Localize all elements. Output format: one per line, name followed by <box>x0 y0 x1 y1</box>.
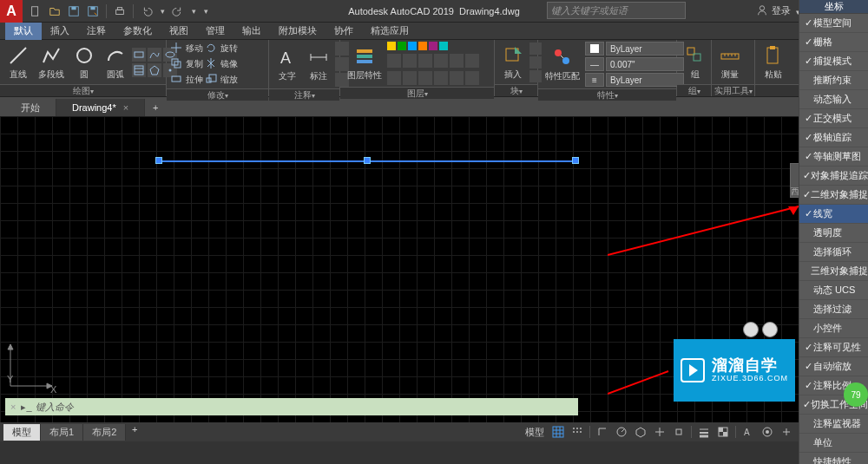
layer-more4-icon[interactable] <box>434 71 448 85</box>
spline-icon[interactable] <box>148 48 161 62</box>
paste-button[interactable]: 粘贴 <box>759 42 788 82</box>
layer-swatch[interactable] <box>398 42 406 50</box>
context-item-3[interactable]: 推断约束 <box>799 71 868 90</box>
open-icon[interactable] <box>47 3 62 19</box>
context-item-9[interactable]: ✓二维对象捕捉 <box>799 186 868 205</box>
insert-block-button[interactable]: 插入 <box>498 42 528 82</box>
arc-button[interactable]: 圆弧 <box>101 42 130 82</box>
measure-button[interactable]: 测量 <box>715 42 745 82</box>
context-item-21[interactable]: 注释监视器 <box>799 415 868 434</box>
lineweight-dropdown[interactable]: 0.007" <box>606 57 684 71</box>
scale-button[interactable]: 缩放 <box>205 73 238 87</box>
command-close-icon[interactable]: × <box>10 402 16 412</box>
context-item-7[interactable]: ✓等轴测草图 <box>799 147 868 167</box>
command-line[interactable]: × ▸_ 键入命令 <box>5 398 578 415</box>
context-item-23[interactable]: 快捷特性 <box>799 453 868 464</box>
hatch-icon[interactable] <box>132 63 146 77</box>
doc-tab-1[interactable]: Drawing4*× <box>56 99 145 116</box>
context-item-0[interactable]: ✓模型空间 <box>799 14 868 33</box>
close-tab-icon[interactable]: × <box>123 102 128 113</box>
help-search-input[interactable]: 键入关键字或短语 <box>547 2 686 19</box>
match-properties-button[interactable]: 特性匹配 <box>542 44 583 84</box>
layer-more1-icon[interactable] <box>387 71 401 85</box>
redo-icon[interactable] <box>170 3 186 19</box>
context-item-10[interactable]: ✓线宽 <box>799 205 868 224</box>
layer-match-icon[interactable] <box>465 54 479 68</box>
menu-tab-3[interactable]: 参数化 <box>115 23 161 40</box>
menu-tab-5[interactable]: 管理 <box>197 23 233 40</box>
context-item-2[interactable]: ✓捕捉模式 <box>799 52 868 71</box>
isodraft-toggle-icon[interactable] <box>632 424 649 440</box>
app-logo[interactable]: A <box>0 0 23 23</box>
layer-swatch[interactable] <box>387 42 396 50</box>
layer-swatch[interactable] <box>408 42 417 50</box>
context-item-15[interactable]: 选择过滤 <box>799 300 868 319</box>
rectangle-icon[interactable] <box>132 48 146 62</box>
undo-icon[interactable] <box>139 3 155 19</box>
lineweight-toggle-icon[interactable] <box>695 424 713 440</box>
context-item-18[interactable]: ✓自动缩放 <box>799 357 868 376</box>
menu-tab-1[interactable]: 插入 <box>42 23 78 40</box>
osnap-toggle-icon[interactable] <box>670 424 687 440</box>
polyline-button[interactable]: 多段线 <box>35 42 68 82</box>
viewcube-tab[interactable]: 西 <box>790 163 799 198</box>
add-layout-tab[interactable]: + <box>126 424 143 441</box>
layout-tab-2[interactable]: 布局2 <box>83 424 126 441</box>
polygon-icon[interactable] <box>148 63 161 77</box>
layer-properties-button[interactable]: 图层特性 <box>344 43 385 83</box>
snap-toggle-icon[interactable] <box>569 424 586 440</box>
feedback-faces[interactable] <box>743 322 778 337</box>
layer-more2-icon[interactable] <box>403 71 417 85</box>
circle-button[interactable]: 圆 <box>69 42 99 82</box>
grip-start[interactable] <box>155 157 162 164</box>
context-item-4[interactable]: 动态输入 <box>799 90 868 109</box>
layer-more5-icon[interactable] <box>450 71 464 85</box>
context-item-14[interactable]: 动态 UCS <box>799 281 868 300</box>
mirror-button[interactable]: 镜像 <box>205 57 238 71</box>
notification-badge[interactable]: 79 <box>844 382 868 407</box>
menu-tab-4[interactable]: 视图 <box>161 23 197 40</box>
layout-tab-1[interactable]: 布局1 <box>41 424 83 441</box>
drawing-canvas[interactable]: YX × ▸_ 键入命令 溜溜自学 ZIXUE.3D66.COM <box>0 116 868 422</box>
grid-toggle-icon[interactable] <box>549 424 567 440</box>
menu-tab-9[interactable]: 精选应用 <box>362 23 418 40</box>
dimension-button[interactable]: 标注 <box>304 44 333 84</box>
layer-swatch[interactable] <box>429 42 437 50</box>
linetype-dropdown[interactable]: ByLayer <box>606 73 684 87</box>
layer-state-icons[interactable] <box>387 42 479 50</box>
signin-button[interactable]: 登录 <box>772 4 791 17</box>
layer-color-dropdown[interactable]: ByLayer <box>606 42 684 56</box>
menu-tab-0[interactable]: 默认 <box>5 23 42 40</box>
qat-customize-dropdown[interactable] <box>201 3 210 19</box>
layer-more3-icon[interactable] <box>418 71 432 85</box>
context-item-11[interactable]: 透明度 <box>799 224 868 243</box>
context-item-17[interactable]: ✓注释可见性 <box>799 338 868 357</box>
context-item-22[interactable]: 单位 <box>799 434 868 453</box>
annotation-scale-icon[interactable]: A <box>740 424 757 440</box>
context-item-13[interactable]: 三维对象捕捉 <box>799 262 868 281</box>
context-item-16[interactable]: 小控件 <box>799 319 868 338</box>
layer-lock-icon[interactable] <box>403 54 417 68</box>
customize-toggle-icon[interactable] <box>778 424 795 440</box>
rotate-button[interactable]: 旋转 <box>205 42 238 56</box>
line-button[interactable]: 直线 <box>3 42 33 82</box>
plot-icon[interactable] <box>112 3 128 19</box>
polar-toggle-icon[interactable] <box>613 424 630 440</box>
status-model-label[interactable]: 模型 <box>525 426 544 439</box>
undo-dropdown[interactable] <box>158 3 167 19</box>
context-item-12[interactable]: 选择循环 <box>799 243 868 262</box>
text-button[interactable]: A文字 <box>273 44 302 84</box>
save-icon[interactable] <box>66 3 82 19</box>
layer-swatch[interactable] <box>439 42 448 50</box>
saveas-icon[interactable] <box>85 3 101 19</box>
context-item-6[interactable]: ✓极轴追踪 <box>799 128 868 147</box>
stretch-button[interactable]: 拉伸 <box>170 73 203 87</box>
layer-swatch[interactable] <box>418 42 427 50</box>
move-button[interactable]: 移动 <box>170 42 203 56</box>
new-icon[interactable] <box>28 3 43 19</box>
redo-dropdown[interactable] <box>189 3 198 19</box>
context-item-1[interactable]: ✓栅格 <box>799 33 868 52</box>
group-button[interactable]: 组 <box>681 42 710 82</box>
linetype-icon[interactable]: ≡ <box>585 73 604 87</box>
menu-tab-2[interactable]: 注释 <box>78 23 115 40</box>
